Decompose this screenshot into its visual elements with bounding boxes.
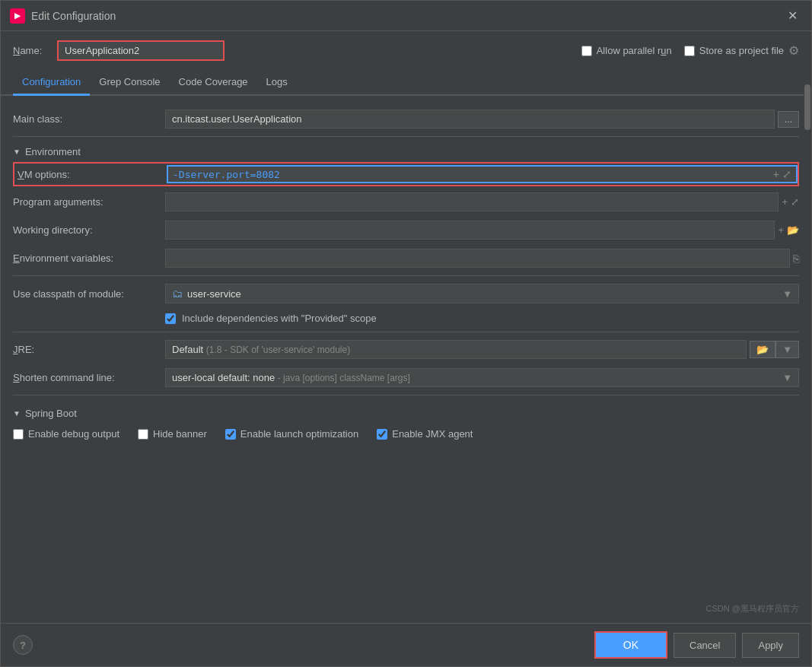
working-dir-label: Working directory: [13, 224, 165, 236]
jre-select[interactable]: Default (1.8 - SDK of 'user-service' mod… [165, 340, 747, 359]
classpath-row: Use classpath of module: 🗂 user-service … [13, 279, 799, 308]
main-class-row: Main class: ... [13, 105, 799, 133]
enable-jmx-label: Enable JMX agent [392, 428, 473, 440]
tab-configuration[interactable]: Configuration [13, 70, 90, 96]
jre-btns: 📂 ▼ [750, 341, 799, 358]
cancel-button[interactable]: Cancel [673, 633, 736, 658]
env-vars-label: Environment variables: [13, 253, 165, 264]
enable-jmx-checkbox[interactable] [377, 429, 387, 440]
jre-hint-text: (1.8 - SDK of 'user-service' module) [206, 345, 350, 355]
program-args-input[interactable] [165, 192, 779, 211]
shorten-row: Shorten command line: user-local default… [13, 364, 799, 392]
shorten-label: Shorten command line: [13, 372, 165, 383]
vm-options-add-icon[interactable]: + [773, 168, 779, 180]
spring-checkboxes: Enable debug output Hide banner Enable l… [13, 422, 799, 446]
bottom-bar: ? OK Cancel Apply [1, 623, 811, 666]
title-bar: ▶ Edit Configuration ✕ [1, 1, 811, 31]
module-folder-icon: 🗂 [172, 287, 183, 300]
main-class-browse-btn[interactable]: ... [778, 111, 799, 128]
name-row: Name: Allow parallel run Store as projec… [1, 31, 811, 70]
env-vars-input[interactable] [165, 249, 790, 268]
separator-2 [13, 275, 799, 276]
dialog-title: Edit Configuration [31, 10, 783, 22]
working-dir-add-icon[interactable]: + [778, 224, 784, 236]
classpath-module-select[interactable]: 🗂 user-service ▼ [165, 284, 799, 303]
include-deps-label: Include dependencies with "Provided" sco… [182, 313, 377, 324]
store-as-project-label: Store as project file [699, 45, 784, 56]
hide-banner-checkbox[interactable] [138, 429, 148, 440]
program-args-row: Program arguments: + ⤢ [13, 188, 799, 216]
program-args-expand-icon[interactable]: ⤢ [791, 196, 799, 208]
enable-debug-label: Enable debug output [28, 428, 119, 440]
shorten-value-text: user-local default: none [172, 372, 275, 383]
tabs-bar: Configuration Grep Console Code Coverage… [1, 70, 811, 96]
program-args-add-icon[interactable]: + [782, 196, 788, 208]
include-deps-row: Include dependencies with "Provided" sco… [13, 308, 799, 329]
name-input[interactable] [57, 40, 224, 61]
jre-browse-btn[interactable]: 📂 [750, 341, 775, 358]
store-as-project-checkbox[interactable] [684, 46, 695, 56]
watermark: CSDN @黑马程序员官方 [706, 603, 799, 615]
name-right: Allow parallel run Store as project file… [581, 43, 799, 58]
spring-boot-label: Spring Boot [25, 408, 77, 419]
environment-section-header[interactable]: ▼ Environment [13, 140, 799, 160]
module-dropdown-arrow-icon: ▼ [782, 288, 792, 300]
main-class-label: Main class: [13, 113, 165, 125]
enable-debug-checkbox[interactable] [13, 429, 24, 440]
include-deps-checkbox[interactable] [165, 313, 176, 324]
shorten-select[interactable]: user-local default: none - java [options… [165, 368, 799, 387]
vm-options-expand-icon[interactable]: ⤢ [782, 168, 791, 180]
spring-boot-section-header[interactable]: ▼ Spring Boot [13, 402, 799, 422]
tab-logs[interactable]: Logs [257, 70, 297, 96]
hide-banner-label: Hide banner [153, 428, 207, 440]
gear-icon[interactable]: ⚙ [788, 43, 799, 58]
vm-options-label: VM options: [14, 169, 167, 180]
shorten-hint-text: - java [options] className [args] [278, 373, 410, 383]
jre-label: JRE: [13, 344, 165, 355]
jre-row: JRE: Default (1.8 - SDK of 'user-service… [13, 335, 799, 364]
ok-button[interactable]: OK [594, 631, 667, 659]
environment-label: Environment [25, 146, 81, 157]
jre-default-text: Default [172, 344, 203, 355]
app-icon: ▶ [10, 8, 25, 24]
main-class-input[interactable] [165, 110, 775, 129]
name-label: Name: [13, 45, 51, 56]
content-area: Main class: ... ▼ Environment VM options… [1, 96, 811, 623]
enable-launch-checkbox[interactable] [225, 429, 236, 440]
env-vars-copy-icon[interactable]: ⎘ [793, 253, 799, 265]
help-button[interactable]: ? [13, 635, 33, 655]
enable-launch-item: Enable launch optimization [225, 428, 358, 440]
shorten-dropdown-arrow-icon: ▼ [782, 372, 792, 383]
allow-parallel-run-checkbox[interactable] [581, 46, 592, 56]
allow-parallel-run-label: Allow parallel run [597, 45, 672, 56]
working-dir-input[interactable] [165, 221, 775, 240]
enable-debug-item: Enable debug output [13, 428, 119, 440]
environment-collapse-icon: ▼ [13, 148, 21, 156]
close-button[interactable]: ✕ [783, 7, 802, 24]
spring-boot-collapse-icon: ▼ [13, 409, 21, 418]
enable-launch-label: Enable launch optimization [240, 428, 358, 440]
module-select-inner: 🗂 user-service [172, 287, 241, 300]
vm-options-expand-btns: + ⤢ [773, 168, 791, 180]
vm-options-input-wrapper: + ⤢ [167, 165, 798, 183]
jre-dropdown-btn[interactable]: ▼ [775, 341, 799, 358]
allow-parallel-run-group: Allow parallel run [581, 45, 672, 56]
scrollbar-thumb[interactable] [804, 84, 810, 130]
separator-1 [13, 136, 799, 137]
enable-jmx-item: Enable JMX agent [377, 428, 473, 440]
hide-banner-item: Hide banner [138, 428, 207, 440]
tab-code-coverage[interactable]: Code Coverage [170, 70, 257, 96]
vm-options-input[interactable] [173, 169, 770, 180]
program-args-label: Program arguments: [13, 196, 165, 208]
tab-grep-console[interactable]: Grep Console [90, 70, 169, 96]
working-dir-folder-icon[interactable]: 📂 [787, 224, 799, 236]
edit-configuration-dialog: ▶ Edit Configuration ✕ Name: Allow paral… [0, 0, 812, 667]
apply-button[interactable]: Apply [742, 633, 799, 658]
module-name: user-service [187, 288, 241, 300]
separator-4 [13, 395, 799, 395]
env-vars-row: Environment variables: ⎘ [13, 244, 799, 272]
classpath-label: Use classpath of module: [13, 288, 165, 300]
working-dir-row: Working directory: + 📂 [13, 216, 799, 244]
spring-boot-section: ▼ Spring Boot Enable debug output Hide b… [13, 402, 799, 446]
scrollbar-track [804, 77, 811, 621]
